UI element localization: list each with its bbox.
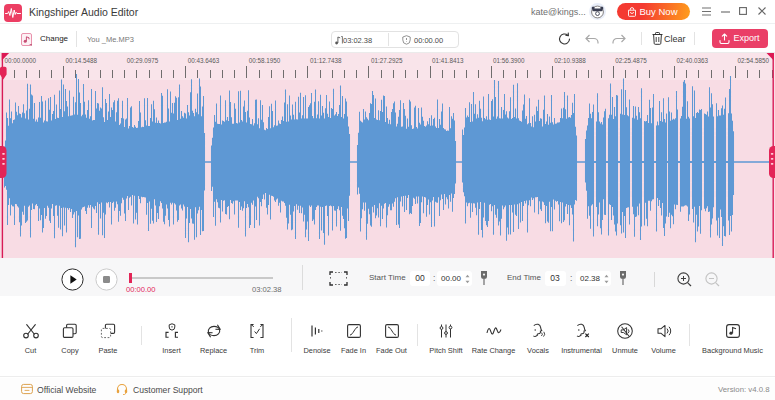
svg-text:02:54.5850: 02:54.5850 — [738, 57, 770, 64]
svg-text:01:12.7438: 01:12.7438 — [310, 57, 342, 64]
svg-text:01:41.8413: 01:41.8413 — [432, 57, 464, 64]
svg-text:02:40.0363: 02:40.0363 — [676, 57, 708, 64]
svg-text:01:27.2925: 01:27.2925 — [371, 57, 403, 64]
svg-text:02:25.4875: 02:25.4875 — [615, 57, 647, 64]
svg-text:02:10.9388: 02:10.9388 — [554, 57, 586, 64]
svg-text:00:00.0000: 00:00.0000 — [5, 57, 37, 64]
svg-text:00:58.1950: 00:58.1950 — [249, 57, 281, 64]
svg-text:01:56.3900: 01:56.3900 — [493, 57, 525, 64]
svg-text:00:43.6463: 00:43.6463 — [188, 57, 220, 64]
svg-text:00:29.0975: 00:29.0975 — [127, 57, 159, 64]
svg-text:00:14.5488: 00:14.5488 — [66, 57, 98, 64]
